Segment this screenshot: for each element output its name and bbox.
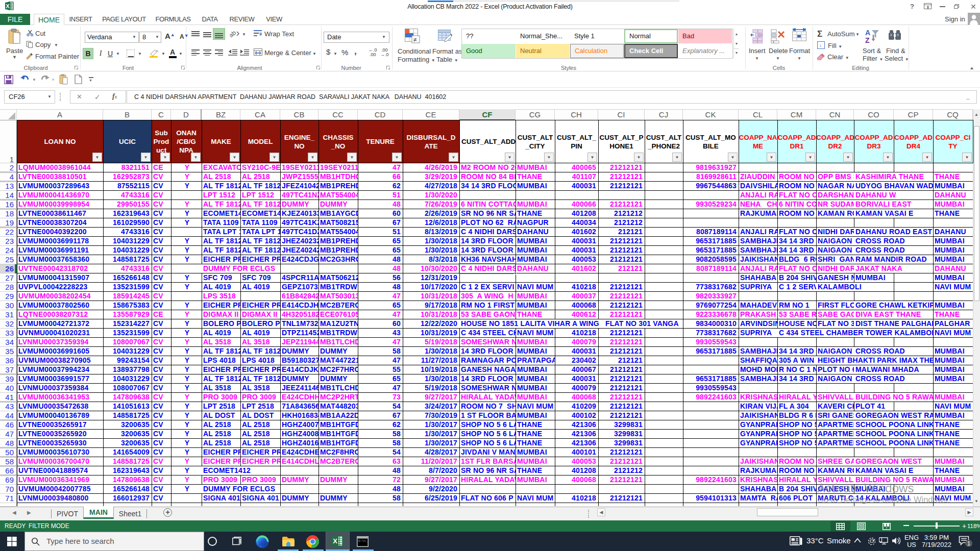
svg-text:X: X (333, 537, 337, 545)
svg-text:Z: Z (865, 36, 870, 44)
svg-text:C:\>_: C:\>_ (358, 539, 368, 543)
svg-text:ab: ab (230, 30, 237, 38)
svg-text:A: A (865, 29, 870, 37)
svg-text:≠: ≠ (413, 36, 417, 43)
